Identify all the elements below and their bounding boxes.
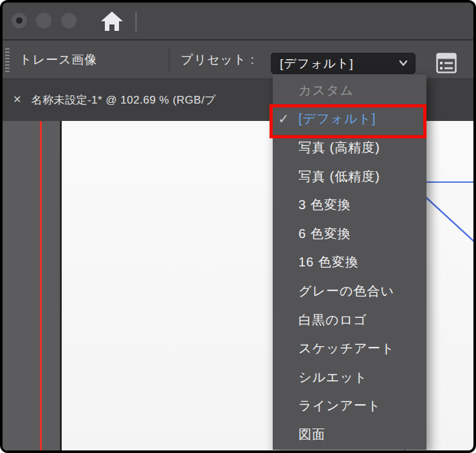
menu-item-label: 図面 [298,426,325,443]
menu-item-label: 白黒のロゴ [298,311,367,329]
menu-item-label: カスタム [298,82,354,99]
preset-select-value: [デフォルト] [280,55,398,72]
window-close-dot-icon [16,17,23,24]
menu-item-label: 6 色変換 [298,225,351,243]
app-window: トレース画像 プリセット : [デフォルト] [0,0,476,453]
menu-item-label: 3 色変換 [298,196,351,214]
menu-item-label: スケッチアート [298,340,395,357]
preset-menu-item-sketched-art[interactable]: スケッチアート [273,334,426,363]
tab-close-icon[interactable]: ✕ [13,95,21,106]
options-divider [169,48,170,72]
preset-menu-item-6-colors[interactable]: 6 色変換 [273,219,426,248]
preset-menu-item-photo-high[interactable]: 写真 (高精度) [273,133,426,162]
preset-menu-item-3-colors[interactable]: 3 色変換 [273,190,426,219]
preset-label: プリセット : [181,41,255,79]
menu-item-label: グレーの色合い [298,282,394,300]
title-bar [3,3,473,39]
document-title: 名称未設定-1* @ 102.69 % (RGB/プ [31,93,216,107]
chevron-down-icon [398,58,408,69]
trace-image-label: トレース画像 [19,41,97,79]
checkmark-icon: ✓ [278,111,290,127]
panel-drag-handle[interactable] [5,48,10,72]
preset-menu-item-bw-logo[interactable]: 白黒のロゴ [273,306,426,335]
home-icon [99,26,125,36]
window-zoom-button[interactable] [61,13,77,28]
menu-item-label: [デフォルト] [298,110,376,127]
titlebar-divider [135,12,137,32]
preset-menu-item-technical-drawing[interactable]: 図面 [273,420,426,449]
menu-item-label: 写真 (高精度) [298,139,380,156]
preset-menu-list: カスタム ✓ [デフォルト] 写真 (高精度) 写真 (低精度) 3 色変換 6… [273,76,426,449]
preset-menu-item-silhouette[interactable]: シルエット [273,363,426,392]
preset-menu-item-shades-of-gray[interactable]: グレーの色合い [273,277,426,306]
menu-item-label: ラインアート [298,397,381,414]
menu-item-label: 16 色変換 [298,254,359,271]
preset-select[interactable]: [デフォルト] [271,53,416,74]
preset-menu-item-default[interactable]: ✓ [デフォルト] [273,105,426,134]
window-close-button[interactable] [12,13,27,28]
image-trace-panel-icon [436,66,457,75]
menu-item-label: シルエット [298,369,367,386]
preset-dropdown-menu: カスタム ✓ [デフォルト] 写真 (高精度) 写真 (低精度) 3 色変換 6… [273,75,426,450]
preset-menu-item-photo-low[interactable]: 写真 (低精度) [273,162,426,191]
options-bar: トレース画像 プリセット : [デフォルト] [3,41,473,79]
menu-item-label: 写真 (低精度) [298,168,380,185]
window-minimize-button[interactable] [36,13,51,28]
preset-menu-item-line-art[interactable]: ラインアート [273,392,426,421]
home-button[interactable] [99,8,125,34]
preset-menu-item-custom: カスタム [273,76,426,105]
image-trace-panel-button[interactable] [436,53,457,73]
preset-menu-item-16-colors[interactable]: 16 色変換 [273,248,426,277]
